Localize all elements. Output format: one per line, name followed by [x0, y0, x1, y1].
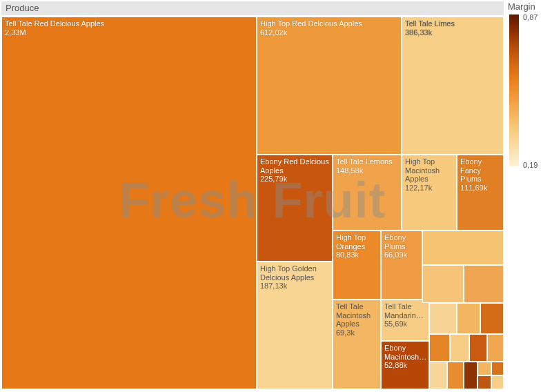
treemap-cell[interactable]	[491, 362, 504, 375]
treemap-cell[interactable]	[457, 303, 480, 334]
cell-name: High Top Oranges	[336, 233, 366, 251]
cell-name: High Top Golden Delcious Apples	[260, 264, 317, 282]
treemap-cell[interactable]: Ebony Plums 66,09k	[381, 231, 422, 300]
cell-value: 55,69k	[384, 320, 426, 329]
cell-name: Tell Tale Lemons	[336, 157, 393, 166]
treemap-cell[interactable]	[429, 303, 457, 334]
cell-name: Ebony Macintosh…	[384, 344, 426, 361]
cell-name: Ebony Plums	[384, 233, 406, 251]
cell-value: 612,02k	[260, 28, 398, 37]
treemap-cell[interactable]	[450, 334, 469, 362]
chart-header: Produce	[1, 1, 504, 15]
treemap-cell[interactable]	[469, 334, 487, 362]
legend-gradient: 0,87 0,19	[509, 14, 519, 166]
legend-min-label: 0,19	[523, 161, 538, 169]
chart-title: Produce	[6, 3, 39, 13]
treemap-cell[interactable]	[429, 334, 450, 362]
treemap-cell[interactable]	[487, 334, 504, 362]
treemap-cell[interactable]: Tell Tale Lemons 148,58k	[333, 155, 402, 231]
treemap-cell[interactable]: Tell Tale Macintosh Apples 69,3k	[333, 300, 381, 389]
treemap-cell[interactable]: Ebony Fancy Plums 111,69k	[457, 155, 504, 231]
cell-name: Tell Tale Limes	[405, 19, 455, 28]
treemap-cell[interactable]	[491, 375, 504, 389]
treemap-cell[interactable]: Tell Tale Mandarin… 55,69k	[381, 300, 429, 341]
cell-name: Tell Tale Macintosh Apples	[336, 302, 371, 328]
cell-name: High Top Red Delcious Apples	[260, 19, 362, 28]
chart-frame: Produce Tell Tale Red Delcious Apples 2,…	[0, 0, 552, 392]
treemap-cell[interactable]: Ebony Macintosh… 52,88k	[381, 341, 429, 389]
cell-name: Ebony Fancy Plums	[460, 157, 482, 183]
cell-value: 69,3k	[336, 329, 377, 337]
cell-value: 225,79k	[260, 175, 329, 184]
cell-value: 111,69k	[460, 184, 500, 193]
cell-value: 52,88k	[384, 361, 426, 370]
treemap-cell[interactable]	[422, 231, 504, 265]
treemap-cell[interactable]: Tell Tale Limes 386,33k	[402, 17, 504, 155]
cell-value: 2,33M	[5, 28, 253, 37]
treemap-cell[interactable]: High Top Golden Delcious Apples 187,13k	[257, 262, 333, 389]
cell-name: Tell Tale Red Delcious Apples	[5, 19, 104, 28]
cell-value: 122,17k	[405, 184, 453, 193]
cell-value: 80,83k	[336, 251, 377, 259]
treemap-cell[interactable]: High Top Red Delcious Apples 612,02k	[257, 17, 402, 155]
cell-name: Tell Tale Mandarin…	[384, 302, 424, 320]
cell-value: 386,33k	[405, 28, 500, 37]
treemap-cell[interactable]	[422, 265, 464, 303]
color-legend: Margin 0,87 0,19	[508, 1, 549, 388]
treemap-cell[interactable]	[480, 303, 504, 334]
treemap-cell[interactable]	[464, 265, 504, 303]
cell-name: Ebony Red Delcious Apples	[260, 157, 329, 175]
treemap-cell[interactable]: High Top Oranges 80,83k	[333, 231, 381, 300]
cell-value: 66,09k	[384, 251, 419, 259]
treemap-cell[interactable]	[477, 375, 491, 389]
treemap-cell[interactable]: Tell Tale Red Delcious Apples 2,33M	[1, 17, 257, 389]
cell-value: 148,58k	[336, 166, 398, 175]
cell-value: 187,13k	[260, 282, 329, 291]
treemap-plot: Tell Tale Red Delcious Apples 2,33M High…	[1, 17, 504, 389]
cell-name: High Top Macintosh Apples	[405, 157, 440, 183]
legend-title: Margin	[508, 1, 549, 12]
treemap-cell[interactable]	[429, 362, 447, 389]
treemap-cell[interactable]: High Top Macintosh Apples 122,17k	[402, 155, 457, 231]
treemap-cell[interactable]	[464, 362, 477, 389]
treemap-cell[interactable]: Ebony Red Delcious Apples 225,79k	[257, 155, 333, 262]
treemap-cell[interactable]	[477, 362, 491, 375]
legend-max-label: 0,87	[523, 13, 538, 21]
treemap-cell[interactable]	[447, 362, 464, 389]
